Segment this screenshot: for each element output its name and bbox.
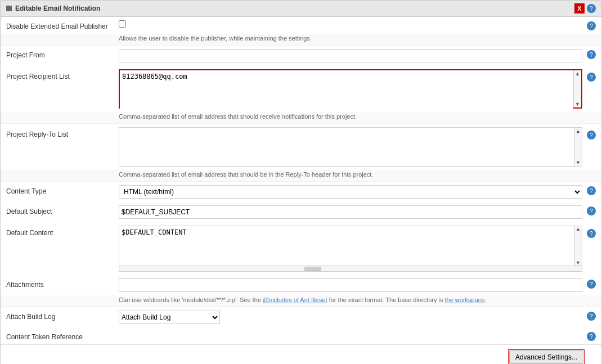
project-from-help-button[interactable]: ? bbox=[587, 50, 596, 59]
replyto-vscroll: ▲ ▼ bbox=[574, 128, 582, 166]
project-from-label: Project From bbox=[6, 49, 119, 59]
attachments-help-col: ? bbox=[582, 278, 596, 289]
window-icon bbox=[6, 6, 12, 11]
content-type-help-col: ? bbox=[582, 185, 596, 195]
attachments-desc: Can use wildcards like 'module/dist/**/*… bbox=[1, 295, 601, 307]
recipient-desc: Comma-separated list of email address th… bbox=[1, 112, 601, 124]
default-subject-input-col bbox=[119, 205, 582, 219]
default-subject-help-col: ? bbox=[582, 205, 596, 215]
default-content-wrap: $DEFAULT_CONTENT ▲ ▼ bbox=[119, 226, 582, 272]
disable-extended-inner: Disable Extended Email Publisher bbox=[6, 20, 582, 30]
workspace-link[interactable]: the workspace bbox=[445, 296, 485, 303]
attachments-desc-part1: Can use wildcards like 'module/dist/**/*… bbox=[119, 296, 263, 303]
project-from-help-col: ? bbox=[582, 49, 596, 59]
attachments-input[interactable] bbox=[119, 278, 582, 292]
default-content-scroll-down[interactable]: ▼ bbox=[576, 260, 581, 266]
main-window: Editable Email Notification X ? Disable … bbox=[0, 0, 602, 364]
content-type-input-col: HTML (text/html) Plain Text (text/plain) bbox=[119, 185, 582, 199]
disable-extended-help-button[interactable]: ? bbox=[587, 21, 596, 30]
content-type-inner: Content Type HTML (text/html) Plain Text… bbox=[6, 185, 582, 199]
default-subject-input[interactable] bbox=[119, 205, 582, 219]
replyto-label: Project Reply-To List bbox=[6, 127, 119, 138]
default-content-help-button[interactable]: ? bbox=[587, 229, 596, 238]
attach-build-log-help-button[interactable]: ? bbox=[587, 312, 596, 321]
default-content-help-col: ? bbox=[582, 226, 596, 238]
attachments-inner: Attachments bbox=[6, 278, 582, 292]
replyto-help-col: ? bbox=[582, 127, 596, 140]
attach-build-log-row: Attach Build Log Attach Build Log Don't … bbox=[1, 307, 601, 327]
recipient-list-input-col: 812368865@qq.com ▲ ▼ bbox=[119, 69, 582, 109]
default-content-input-col: $DEFAULT_CONTENT ▲ ▼ bbox=[119, 226, 582, 272]
advanced-settings-button[interactable]: Advanced Settings... bbox=[509, 350, 583, 364]
content-type-row: Content Type HTML (text/html) Plain Text… bbox=[1, 182, 601, 202]
recipient-help-col: ? bbox=[582, 69, 596, 82]
attach-build-log-input-col: Attach Build Log Don't Attach Build Log … bbox=[119, 311, 582, 324]
disable-extended-row: Disable Extended Email Publisher ? bbox=[1, 17, 601, 34]
default-content-label: Default Content bbox=[6, 226, 119, 237]
disable-extended-help-col: ? bbox=[582, 20, 596, 30]
disable-extended-label: Disable Extended Email Publisher bbox=[6, 20, 119, 30]
attach-build-log-inner: Attach Build Log Attach Build Log Don't … bbox=[6, 311, 582, 324]
attach-build-log-select[interactable]: Attach Build Log Don't Attach Build Log … bbox=[119, 311, 220, 324]
content-token-row: Content Token Reference ? bbox=[1, 327, 601, 344]
default-subject-help-button[interactable]: ? bbox=[587, 206, 596, 215]
recipient-vscroll: ▲ ▼ bbox=[573, 70, 581, 107]
form-section: Disable Extended Email Publisher ? Allow… bbox=[1, 17, 601, 344]
default-subject-label: Default Subject bbox=[6, 205, 119, 215]
default-content-hbar bbox=[119, 266, 582, 271]
default-content-row: Default Content $DEFAULT_CONTENT ▲ ▼ bbox=[1, 222, 601, 275]
replyto-scroll-down[interactable]: ▼ bbox=[575, 159, 581, 166]
window-title: Editable Email Notification bbox=[15, 5, 100, 12]
default-content-ta-row: $DEFAULT_CONTENT ▲ ▼ bbox=[119, 226, 582, 266]
attachments-desc-part2: for the exact format. The base directory… bbox=[327, 296, 445, 303]
replyto-input-col: ▲ ▼ bbox=[119, 127, 582, 167]
replyto-inner: Project Reply-To List ▲ ▼ bbox=[6, 127, 582, 167]
advanced-btn-outer: Advanced Settings... bbox=[508, 349, 585, 364]
antfileset-link[interactable]: @includes of Ant fileset bbox=[263, 296, 327, 303]
content-type-help-button[interactable]: ? bbox=[587, 186, 596, 195]
title-bar-right: X ? bbox=[574, 3, 596, 14]
replyto-scroll-up[interactable]: ▲ bbox=[575, 128, 581, 134]
default-subject-inner: Default Subject bbox=[6, 205, 582, 219]
replyto-desc: Comma-separated list of email address th… bbox=[1, 170, 601, 182]
replyto-row: Project Reply-To List ▲ ▼ ? bbox=[1, 124, 601, 170]
content-type-select[interactable]: HTML (text/html) Plain Text (text/plain) bbox=[119, 185, 582, 199]
close-button[interactable]: X bbox=[574, 3, 585, 14]
default-content-inner: Default Content $DEFAULT_CONTENT ▲ ▼ bbox=[6, 226, 582, 272]
replyto-textarea[interactable] bbox=[119, 128, 574, 166]
attachments-desc-part3: . bbox=[484, 296, 486, 303]
attachments-help-button[interactable]: ? bbox=[587, 280, 596, 289]
recipient-textarea[interactable]: 812368865@qq.com bbox=[120, 70, 573, 109]
recipient-textarea-wrap: 812368865@qq.com ▲ ▼ bbox=[119, 69, 582, 109]
attach-build-log-label: Attach Build Log bbox=[6, 311, 119, 321]
disable-extended-input-col bbox=[119, 20, 582, 28]
content-token-label: Content Token Reference bbox=[6, 331, 119, 341]
default-content-vscroll: ▲ ▼ bbox=[574, 226, 582, 266]
scroll-up-arrow[interactable]: ▲ bbox=[574, 70, 581, 77]
content-token-inner: Content Token Reference bbox=[6, 331, 582, 341]
title-bar: Editable Email Notification X ? bbox=[1, 1, 601, 17]
default-content-scroll-up[interactable]: ▲ bbox=[576, 226, 581, 232]
attachments-input-col bbox=[119, 278, 582, 292]
attachments-label: Attachments bbox=[6, 278, 119, 289]
title-help-button[interactable]: ? bbox=[587, 4, 596, 13]
default-subject-row: Default Subject ? bbox=[1, 202, 601, 222]
title-bar-left: Editable Email Notification bbox=[6, 5, 100, 12]
recipient-list-row: Project Recipient List 812368865@qq.com … bbox=[1, 66, 601, 112]
content-type-label: Content Type bbox=[6, 185, 119, 195]
project-from-input[interactable] bbox=[119, 49, 582, 62]
default-content-textarea[interactable]: $DEFAULT_CONTENT bbox=[119, 226, 574, 266]
project-from-row: Project From ? bbox=[1, 46, 601, 66]
replyto-help-button[interactable]: ? bbox=[587, 131, 596, 140]
footer-row: Advanced Settings... bbox=[1, 344, 601, 364]
content-token-help-button[interactable]: ? bbox=[587, 332, 596, 341]
recipient-help-button[interactable]: ? bbox=[587, 73, 596, 82]
content-token-help-col: ? bbox=[582, 331, 596, 341]
scroll-down-arrow[interactable]: ▼ bbox=[574, 101, 581, 107]
attachments-row: Attachments ? bbox=[1, 275, 601, 295]
disable-extended-checkbox[interactable] bbox=[119, 20, 126, 28]
replyto-textarea-wrap: ▲ ▼ bbox=[119, 127, 582, 167]
disable-extended-desc: Allows the user to disable the publisher… bbox=[1, 34, 601, 46]
attach-build-log-help-col: ? bbox=[582, 311, 596, 321]
default-content-hthumb bbox=[304, 267, 321, 271]
